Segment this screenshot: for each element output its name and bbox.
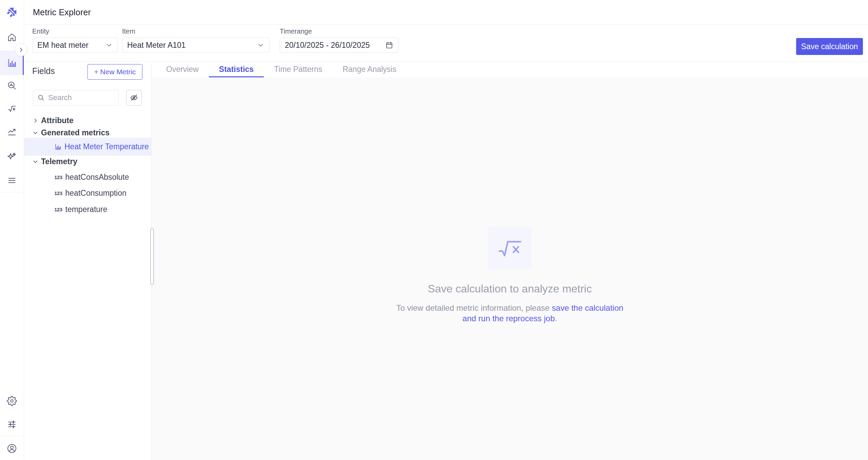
tab-overview[interactable]: Overview (156, 62, 209, 77)
reprocess-job-link[interactable]: and run the reprocess job (462, 314, 555, 323)
main-content: Overview Statistics Time Patterns Range … (152, 62, 868, 460)
fields-panel-title: Fields (32, 66, 55, 76)
panel-scrollbar-thumb[interactable] (150, 228, 154, 285)
tree-item-heatconsabsolute[interactable]: 123 heatConsAbsolute (24, 170, 152, 184)
app-logo[interactable] (0, 5, 24, 20)
fields-search (33, 90, 119, 106)
item-value: Heat Meter A101 (127, 41, 253, 50)
search-input[interactable] (48, 93, 114, 102)
sidebar-item-trends[interactable] (0, 124, 24, 139)
empty-state-text-prefix: To view detailed metric information, ple… (396, 303, 552, 312)
eye-off-icon (130, 93, 138, 102)
empty-state-title: Save calculation to analyze metric (428, 283, 592, 295)
chevron-down-icon (257, 41, 264, 49)
empty-state-text-suffix: . (555, 314, 557, 323)
chevron-down-icon (32, 130, 39, 136)
search-pulse-icon (7, 80, 17, 91)
telemetry-field-label: heatConsumption (65, 189, 126, 198)
user-circle-icon (6, 443, 17, 454)
metric-chart-icon (54, 143, 61, 150)
fields-panel: Fields + New Metric Attribute Generated … (24, 62, 152, 460)
tree-group-label: Telemetry (41, 157, 77, 166)
chevron-down-icon (32, 159, 39, 165)
tree-group-telemetry[interactable]: Telemetry (24, 155, 152, 168)
sidebar-item-ai-assistant[interactable] (0, 149, 24, 164)
empty-state-description: To view detailed metric information, ple… (396, 303, 624, 324)
gear-icon (7, 396, 17, 406)
save-calculation-button[interactable]: Save calculation (796, 38, 863, 55)
sidebar-item-anomaly-search[interactable] (0, 78, 24, 93)
expand-panel-button[interactable] (15, 43, 27, 56)
tree-group-label: Generated metrics (41, 128, 110, 137)
sidebar-item-home[interactable] (0, 30, 24, 45)
tree-item-heatconsumption[interactable]: 123 heatConsumption (24, 186, 152, 200)
tree-item-temperature[interactable]: 123 temperature (24, 203, 152, 216)
trend-up-icon (7, 127, 17, 137)
nav-rail (0, 0, 24, 460)
tab-bar: Overview Statistics Time Patterns Range … (152, 62, 868, 77)
rail-divider-bottom (0, 436, 24, 436)
new-metric-button[interactable]: + New Metric (87, 64, 142, 80)
hide-fields-button[interactable] (126, 90, 142, 106)
tree-item-selected-metric[interactable]: Heat Meter Temperature ... (24, 138, 152, 156)
sparkles-icon (7, 152, 17, 162)
entity-select[interactable]: EM heat meter (32, 38, 118, 53)
chevron-right-icon (18, 47, 24, 53)
tree-group-generated-metrics[interactable]: Generated metrics (24, 126, 152, 139)
timerange-picker[interactable]: 20/10/2025 - 26/10/2025 (280, 38, 398, 53)
timerange-label: Timerange (280, 27, 312, 35)
selected-metric-label: Heat Meter Temperature ... (64, 142, 157, 151)
tab-range-analysis[interactable]: Range Analysis (332, 62, 407, 77)
tree-group-label: Attribute (41, 116, 74, 125)
tab-time-patterns[interactable]: Time Patterns (264, 62, 332, 77)
bar-chart-icon (7, 58, 17, 68)
item-label: Item (122, 27, 135, 35)
chevron-down-icon (105, 41, 113, 49)
sqrt-icon (7, 103, 17, 114)
save-calculation-link[interactable]: save the calculation (552, 303, 624, 312)
sidebar-item-calculations[interactable] (0, 101, 24, 116)
telemetry-field-label: temperature (65, 205, 107, 214)
search-icon (37, 94, 45, 101)
app-header: Metric Explorer (24, 0, 868, 24)
sidebar-item-metric-explorer[interactable] (0, 55, 24, 70)
numeric-field-icon: 123 (54, 207, 62, 212)
sqrt-x-icon (497, 237, 522, 259)
hamburger-menu-icon (7, 175, 17, 186)
sidebar-item-preferences[interactable] (0, 417, 24, 432)
chevron-right-icon (32, 118, 39, 123)
sidebar-item-settings[interactable] (0, 394, 24, 408)
rail-divider (0, 192, 24, 192)
numeric-field-icon: 123 (54, 190, 62, 196)
sidebar-item-account[interactable] (0, 441, 24, 456)
sliders-icon (7, 419, 17, 429)
filter-bar: Entity EM heat meter Item Heat Meter A10… (24, 25, 868, 62)
tree-group-attribute[interactable]: Attribute (24, 114, 152, 127)
item-select[interactable]: Heat Meter A101 (122, 38, 270, 53)
empty-state-illustration (488, 227, 532, 269)
entity-label: Entity (32, 27, 49, 35)
telemetry-field-label: heatConsAbsolute (65, 173, 129, 182)
page-title: Metric Explorer (33, 7, 91, 17)
sidebar-item-menu[interactable] (0, 173, 24, 188)
empty-state: Save calculation to analyze metric To vi… (152, 227, 868, 324)
calendar-icon (385, 41, 393, 49)
home-icon (7, 32, 17, 42)
logo-icon (6, 6, 18, 18)
numeric-field-icon: 123 (54, 174, 62, 180)
timerange-value: 20/10/2025 - 26/10/2025 (285, 41, 381, 50)
entity-value: EM heat meter (37, 41, 101, 50)
tab-statistics[interactable]: Statistics (209, 62, 264, 77)
